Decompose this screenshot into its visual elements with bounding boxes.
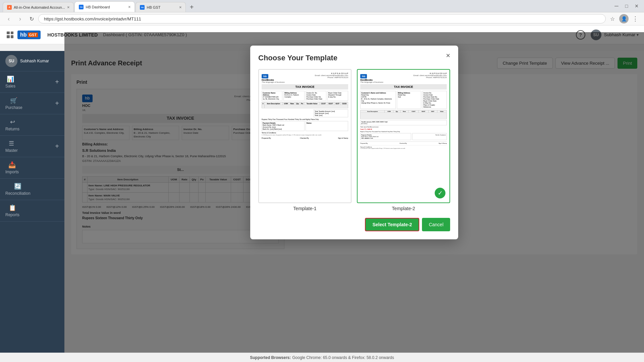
tab2-title: HB Dashboard (86, 5, 126, 9)
browser-toolbar: ‹ › ↻ https://gst.hostbooks.com/invoice/… (0, 12, 644, 25)
tab2-favicon: hb (79, 5, 84, 9)
maximize-button[interactable]: □ (622, 1, 631, 11)
reconciliation-icon: 🔄 (14, 183, 21, 190)
sidebar-purchase-label: Purchase (5, 105, 22, 110)
purchase-icon: 🛒 (10, 97, 17, 104)
sidebar-item-master[interactable]: ☰ Master + (0, 136, 64, 157)
tab1-close[interactable]: × (67, 5, 70, 10)
modal: Choose Your Template × hb HostBooks The … (250, 46, 458, 239)
sidebar-master-label: Master (5, 148, 18, 153)
sales-add-icon[interactable]: + (55, 78, 59, 86)
status-value: Google Chrome: 65.0 onwards & Firefox: 5… (292, 355, 394, 360)
sidebar-avatar: SU (5, 55, 17, 67)
template-grid: hb HostBooks The language of business K … (258, 69, 450, 211)
template-1-item[interactable]: hb HostBooks The language of business K … (258, 69, 352, 211)
sidebar-user-area: SU Subhash Kumar (0, 51, 64, 71)
sidebar-username: Subhash Kumar (20, 59, 49, 63)
template-1-name: Template-1 (258, 206, 352, 211)
bookmark-icon[interactable]: ☆ (608, 14, 617, 23)
sidebar-item-returns[interactable]: ↩ Returns (0, 114, 64, 136)
browser-tab-2[interactable]: hb HB Dashboard × (74, 1, 135, 12)
sidebar-item-reconciliation[interactable]: 🔄 Reconciliation (0, 179, 64, 200)
close-button[interactable]: × (632, 1, 641, 11)
tab3-close[interactable]: × (179, 5, 182, 10)
sidebar-item-sales[interactable]: 📊 Sales + (0, 71, 64, 93)
sidebar-item-purchase[interactable]: 🛒 Purchase + (0, 93, 64, 114)
minimize-button[interactable]: ─ (612, 1, 621, 11)
sidebar-sales-label: Sales (5, 84, 15, 88)
modal-overlay: Choose Your Template × hb HostBooks The … (64, 32, 644, 353)
nav-refresh[interactable]: ↻ (27, 14, 36, 23)
nav-forward[interactable]: › (15, 14, 25, 23)
address-bar[interactable]: https://gst.hostbooks.com/invoice/printa… (38, 14, 606, 23)
template-2-preview: hb HostBooks The language of business K … (357, 69, 450, 203)
status-label: Supported Browsers: (250, 355, 291, 360)
sidebar-reconciliation-label: Reconciliation (5, 191, 31, 196)
browser-tab-3[interactable]: hb HB GST × (136, 2, 186, 12)
tab2-close[interactable]: × (128, 4, 131, 9)
returns-icon: ↩ (10, 118, 15, 126)
purchase-add-icon[interactable]: + (55, 100, 59, 107)
browser-chrome: A All-in-One Automated Accoun... × hb HB… (0, 0, 644, 12)
status-bar: Supported Browsers: Google Chrome: 65.0 … (0, 353, 644, 362)
select-template-button[interactable]: Select Template-2 (365, 218, 419, 231)
sales-icon: 📊 (7, 75, 14, 83)
sidebar-imports-label: Imports (5, 170, 19, 174)
hb-logo: hb GST (17, 31, 41, 39)
sidebar: SU Subhash Kumar 📊 Sales + 🛒 Purchase + … (0, 51, 64, 353)
tab3-favicon: hb (140, 5, 145, 10)
modal-footer: Select Template-2 Cancel (258, 218, 450, 231)
nav-back[interactable]: ‹ (4, 14, 13, 23)
template-2-name: Template-2 (357, 206, 450, 211)
modal-close-button[interactable]: × (443, 51, 453, 60)
browser-tab-1[interactable]: A All-in-One Automated Accoun... × (3, 2, 74, 12)
cancel-button[interactable]: Cancel (422, 218, 450, 231)
master-add-icon[interactable]: + (55, 142, 59, 150)
sidebar-reports-label: Reports (5, 213, 19, 217)
apps-grid-icon[interactable] (5, 30, 15, 40)
tab1-title: All-in-One Automated Accoun... (14, 5, 65, 9)
imports-icon: 📥 (8, 161, 16, 169)
sidebar-item-reports[interactable]: 📋 Reports (0, 200, 64, 222)
master-icon: ☰ (9, 140, 14, 147)
tab3-title: HB GST (147, 5, 177, 9)
template-1-preview: hb HostBooks The language of business K … (258, 69, 352, 203)
tab1-favicon: A (7, 5, 12, 10)
reports-icon: 📋 (9, 204, 16, 212)
profile-icon[interactable]: 👤 (619, 14, 629, 23)
template-2-check: ✓ (435, 188, 445, 198)
menu-icon[interactable]: ⋮ (631, 14, 640, 23)
url-text: https://gst.hostbooks.com/invoice/printa… (44, 16, 141, 21)
new-tab-button[interactable]: + (186, 2, 197, 12)
template-2-item[interactable]: hb HostBooks The language of business K … (357, 69, 450, 211)
modal-title: Choose Your Template (258, 54, 450, 62)
sidebar-item-imports[interactable]: 📥 Imports (0, 157, 64, 179)
sidebar-returns-label: Returns (5, 127, 19, 131)
